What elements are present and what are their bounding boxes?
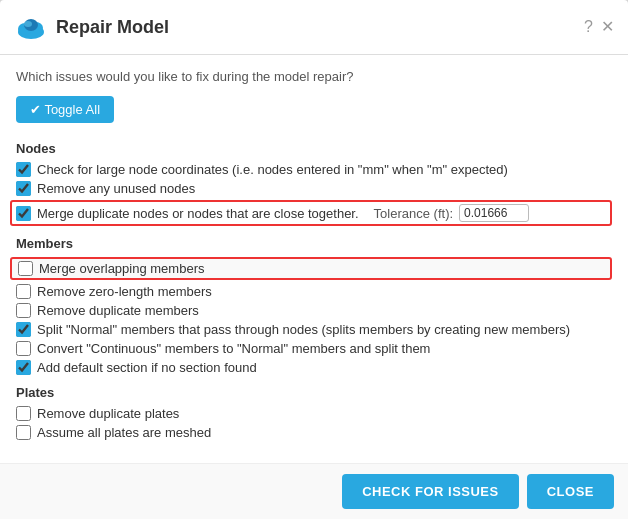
list-item: Remove duplicate members	[16, 303, 612, 318]
merge-overlapping-row: Merge overlapping members	[10, 257, 612, 280]
list-item: Assume all plates are meshed	[16, 425, 612, 440]
mem1-label: Merge overlapping members	[39, 261, 204, 276]
plt2-checkbox[interactable]	[16, 425, 31, 440]
plt1-checkbox[interactable]	[16, 406, 31, 421]
mem2-checkbox[interactable]	[16, 284, 31, 299]
plt1-label: Remove duplicate plates	[37, 406, 179, 421]
mem6-checkbox[interactable]	[16, 360, 31, 375]
list-item: Add default section if no section found	[16, 360, 612, 375]
dialog-body: Which issues would you like to fix durin…	[0, 55, 628, 463]
repair-model-dialog: Repair Model ? ✕ Which issues would you …	[0, 0, 628, 519]
plt2-label: Assume all plates are meshed	[37, 425, 211, 440]
mem4-checkbox[interactable]	[16, 322, 31, 337]
header-icons: ? ✕	[584, 19, 614, 35]
dialog-title: Repair Model	[56, 17, 576, 38]
mem3-label: Remove duplicate members	[37, 303, 199, 318]
list-item: Split "Normal" members that pass through…	[16, 322, 612, 337]
mem1-checkbox[interactable]	[18, 261, 33, 276]
mem5-checkbox[interactable]	[16, 341, 31, 356]
mem6-label: Add default section if no section found	[37, 360, 257, 375]
mem4-label: Split "Normal" members that pass through…	[37, 322, 570, 337]
list-item: Convert "Continuous" members to "Normal"…	[16, 341, 612, 356]
tolerance-label: Tolerance (ft):	[367, 206, 453, 221]
list-item: Remove zero-length members	[16, 284, 612, 299]
node2-checkbox[interactable]	[16, 181, 31, 196]
node3-checkbox[interactable]	[16, 206, 31, 221]
check-for-issues-button[interactable]: CHECK FOR ISSUES	[342, 474, 519, 509]
list-item: Remove any unused nodes	[16, 181, 612, 196]
list-item: Check for large node coordinates (i.e. n…	[16, 162, 612, 177]
mem2-label: Remove zero-length members	[37, 284, 212, 299]
plates-section-title: Plates	[16, 385, 612, 400]
node1-label: Check for large node coordinates (i.e. n…	[37, 162, 508, 177]
svg-point-4	[24, 21, 32, 27]
skyciv-logo	[14, 10, 48, 44]
dialog-footer: CHECK FOR ISSUES CLOSE	[0, 463, 628, 519]
mem3-checkbox[interactable]	[16, 303, 31, 318]
merge-nodes-row: Merge duplicate nodes or nodes that are …	[10, 200, 612, 226]
toggle-all-button[interactable]: ✔ Toggle All	[16, 96, 114, 123]
members-section-title: Members	[16, 236, 612, 251]
mem5-label: Convert "Continuous" members to "Normal"…	[37, 341, 430, 356]
tolerance-input[interactable]	[459, 204, 529, 222]
close-button[interactable]: CLOSE	[527, 474, 614, 509]
help-icon[interactable]: ?	[584, 19, 593, 35]
list-item: Remove duplicate plates	[16, 406, 612, 421]
node3-label: Merge duplicate nodes or nodes that are …	[37, 206, 359, 221]
dialog-header: Repair Model ? ✕	[0, 0, 628, 55]
node1-checkbox[interactable]	[16, 162, 31, 177]
close-icon[interactable]: ✕	[601, 19, 614, 35]
node2-label: Remove any unused nodes	[37, 181, 195, 196]
nodes-section-title: Nodes	[16, 141, 612, 156]
dialog-subtitle: Which issues would you like to fix durin…	[16, 69, 612, 84]
